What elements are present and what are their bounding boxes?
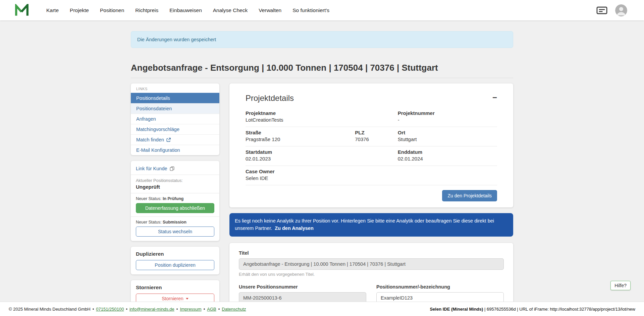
footer-left: © 2025 Mineral Minds Deutschland GmbH • … bbox=[9, 307, 246, 312]
projektnummer-value: - bbox=[398, 117, 497, 123]
separator: • bbox=[204, 307, 205, 312]
nav-item-projekte[interactable]: Projekte bbox=[70, 7, 89, 13]
footer-session-info: Selen IDE (Mineral Minds) | 69576255536d… bbox=[430, 307, 635, 312]
status-card: Link für Kunde Aktueller Positionsstatus… bbox=[131, 161, 219, 241]
project-row: Projektname LotCreationTests Projektnumm… bbox=[246, 108, 497, 127]
field-projektnummer: Projektnummer - bbox=[398, 110, 497, 123]
nav-item-so-funktionierts[interactable]: So funktioniert's bbox=[292, 7, 329, 13]
field-ort: Ort Stuttgart bbox=[398, 130, 497, 142]
duplicate-position-button[interactable]: Position duplizieren bbox=[136, 260, 214, 270]
our-number-label: Unsere Positionsnummer bbox=[239, 284, 366, 290]
links-header: LINKS bbox=[131, 83, 219, 93]
titel-help: Erhält den von uns vorgegebenen Titel. bbox=[239, 272, 504, 277]
cancel-button-label: Stornieren bbox=[162, 296, 183, 301]
titel-input bbox=[239, 258, 504, 270]
sidebar-links-card: LINKS Positionsdetails Positionsdateien … bbox=[131, 83, 219, 155]
new-status-row-2: Neuer Status: Submission bbox=[136, 220, 214, 225]
complete-data-entry-button[interactable]: Datenerfassung abschließen bbox=[136, 203, 214, 213]
cancel-title: Stornieren bbox=[136, 285, 214, 291]
customer-link[interactable]: Link für Kunde bbox=[136, 165, 214, 175]
nav-item-analyse-check[interactable]: Analyse Check bbox=[213, 7, 248, 13]
nav-item-richtpreis[interactable]: Richtpreis bbox=[135, 7, 158, 13]
server-icon[interactable] bbox=[596, 6, 607, 14]
new-status-row-1: Neuer Status: In Prüfung bbox=[136, 196, 214, 201]
match-finden-label: Match finden bbox=[136, 137, 164, 142]
duplicate-title: Duplizieren bbox=[136, 251, 214, 257]
nav-item-verwalten[interactable]: Verwalten bbox=[259, 7, 281, 13]
plz-label: PLZ bbox=[355, 130, 398, 135]
analytics-link[interactable]: Zu den Analysen bbox=[275, 226, 313, 231]
caret-down-icon bbox=[186, 298, 189, 300]
current-status-label: Aktueller Positionsstatus: bbox=[136, 178, 214, 183]
project-details-card: Projektdetails − Projektname LotCreation… bbox=[229, 83, 513, 207]
session-details: | 69576255536d | URL of iFrame: http://l… bbox=[483, 307, 635, 312]
plz-value: 70376 bbox=[355, 136, 398, 142]
nav-item-positionen[interactable]: Positionen bbox=[100, 7, 124, 13]
main-nav: Karte Projekte Positionen Richtpreis Ein… bbox=[46, 7, 596, 13]
new-status-prefix-2: Neuer Status: bbox=[136, 220, 161, 225]
projektname-label: Projektname bbox=[246, 110, 398, 116]
current-status-value: Ungeprüft bbox=[136, 184, 214, 190]
project-details-title: Projektdetails bbox=[246, 93, 294, 103]
success-alert-text: Die Änderungen wurden gespeichert bbox=[137, 37, 216, 42]
duplicate-card: Duplizieren Position duplizieren bbox=[131, 247, 219, 274]
field-plz: PLZ 70376 bbox=[355, 130, 398, 142]
navbar-right bbox=[596, 4, 627, 16]
footer-link-datenschutz[interactable]: Datenschutz bbox=[222, 307, 246, 312]
sidebar: LINKS Positionsdetails Positionsdateien … bbox=[131, 83, 219, 314]
main-column: Projektdetails − Projektname LotCreation… bbox=[229, 83, 513, 316]
project-row: Case Owner Selen IDE bbox=[246, 166, 497, 185]
strasse-label: Straße bbox=[246, 130, 355, 135]
nav-item-einbauweisen[interactable]: Einbauweisen bbox=[169, 7, 202, 13]
project-row: Startdatum 02.01.2023 Enddatum 02.01.202… bbox=[246, 146, 497, 166]
page-title: Angebotsanfrage - Entsorgung | 10.000 To… bbox=[131, 63, 513, 73]
separator: • bbox=[176, 307, 178, 312]
user-avatar[interactable] bbox=[615, 4, 627, 16]
field-projektname: Projektname LotCreationTests bbox=[246, 110, 398, 123]
projektnummer-label: Projektnummer bbox=[398, 110, 497, 116]
separator: • bbox=[126, 307, 127, 312]
divider bbox=[131, 175, 219, 175]
sidebar-item-email-konfiguration[interactable]: E-Mail Konfiguration bbox=[131, 145, 219, 155]
field-startdatum: Startdatum 02.01.2023 bbox=[246, 149, 398, 162]
top-navbar: Karte Projekte Positionen Richtpreis Ein… bbox=[0, 0, 644, 20]
switch-status-button[interactable]: Status wechseln bbox=[136, 227, 214, 237]
case-owner-value: Selen IDE bbox=[246, 175, 497, 181]
sidebar-item-matchingvorschlaege[interactable]: Matchingvorschläge bbox=[131, 124, 219, 134]
footer-link-impressum[interactable]: Impressum bbox=[180, 307, 201, 312]
enddatum-value: 02.01.2024 bbox=[398, 156, 497, 162]
title-divider bbox=[131, 78, 513, 78]
startdatum-label: Startdatum bbox=[246, 149, 398, 155]
mineral-minds-logo[interactable] bbox=[15, 4, 29, 17]
footer-link-email[interactable]: info@mineral-minds.de bbox=[129, 307, 174, 312]
success-alert: Die Änderungen wurden gespeichert bbox=[131, 31, 513, 48]
sidebar-item-positionsdetails[interactable]: Positionsdetails bbox=[131, 93, 219, 103]
sidebar-item-anfragen[interactable]: Anfragen bbox=[131, 114, 219, 124]
footer-link-agb[interactable]: AGB bbox=[207, 307, 216, 312]
footer-link-phone[interactable]: 07151/250100 bbox=[96, 307, 124, 312]
new-status-prefix: Neuer Status: bbox=[136, 196, 161, 201]
new-status-value-2: Submission bbox=[163, 220, 186, 225]
sidebar-item-positionsdateien[interactable]: Positionsdateien bbox=[131, 103, 219, 114]
collapse-button[interactable]: − bbox=[492, 93, 497, 102]
projektname-value: LotCreationTests bbox=[246, 117, 398, 123]
divider bbox=[131, 216, 219, 217]
project-row: Straße Pragstraße 120 PLZ 70376 Ort Stut… bbox=[246, 127, 497, 146]
help-button[interactable]: Hilfe? bbox=[610, 281, 631, 290]
sidebar-item-match-finden[interactable]: Match finden bbox=[131, 134, 219, 145]
copyright-text: © 2025 Mineral Minds Deutschland GmbH bbox=[9, 307, 91, 312]
external-link-icon bbox=[166, 138, 171, 142]
footer: © 2025 Mineral Minds Deutschland GmbH • … bbox=[0, 302, 644, 316]
customer-link-label: Link für Kunde bbox=[136, 166, 167, 171]
field-case-owner: Case Owner Selen IDE bbox=[246, 169, 497, 181]
analytics-banner: Es liegt noch keine Analytik zu Ihrer Po… bbox=[229, 213, 513, 237]
enddatum-label: Enddatum bbox=[398, 149, 497, 155]
project-details-button[interactable]: Zu den Projektdetails bbox=[442, 190, 497, 201]
nav-item-karte[interactable]: Karte bbox=[46, 7, 59, 13]
field-strasse: Straße Pragstraße 120 bbox=[246, 130, 355, 142]
copy-icon bbox=[170, 166, 174, 171]
analytics-banner-text: Es liegt noch keine Analytik zu Ihrer Po… bbox=[235, 218, 494, 231]
field-enddatum: Enddatum 02.01.2024 bbox=[398, 149, 497, 162]
person-icon bbox=[615, 4, 627, 16]
titel-label: Titel bbox=[239, 250, 504, 256]
